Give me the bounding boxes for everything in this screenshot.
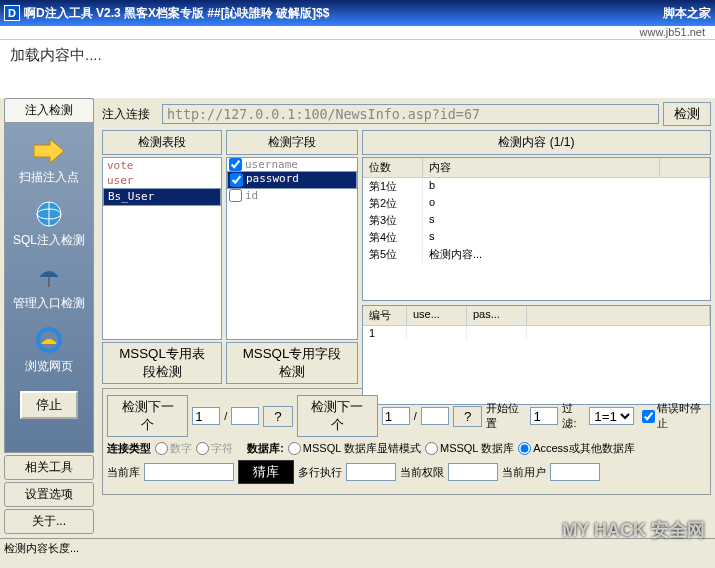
window-title: 啊D注入工具 V2.3 黑客X档案专版 ##[訫吷誰聆 破解版]$$ <box>24 5 663 22</box>
next1-button[interactable]: 检测下一个 <box>107 395 188 437</box>
list-item[interactable]: user <box>103 173 221 188</box>
curdb-input[interactable] <box>144 463 234 481</box>
content-header[interactable]: 检测内容 (1/1) <box>362 130 711 155</box>
content-area: 注入连接 检测 检测表段 vote user Bs_User MSSQL专用表段… <box>98 98 715 538</box>
multi-input[interactable] <box>346 463 396 481</box>
col-header[interactable]: 编号 <box>363 306 407 325</box>
db-mssql-radio[interactable]: MSSQL 数据库 <box>425 441 514 456</box>
q2-button[interactable]: ? <box>453 406 482 427</box>
db-mssqlerr-radio[interactable]: MSSQL 数据库显错模式 <box>288 441 421 456</box>
tab-tools[interactable]: 相关工具 <box>4 455 94 480</box>
next2-button[interactable]: 检测下一个 <box>297 395 378 437</box>
field-checkbox[interactable] <box>229 158 242 171</box>
filter-select[interactable]: 1=1 <box>589 407 634 425</box>
page1b-input[interactable] <box>231 407 259 425</box>
filter-label: 过滤: <box>562 401 585 431</box>
globe-icon <box>33 198 65 230</box>
col-header[interactable] <box>527 306 710 325</box>
page1-input[interactable] <box>192 407 220 425</box>
sidebar-item-label: SQL注入检测 <box>13 232 85 249</box>
col-header[interactable] <box>660 158 710 177</box>
db-access-radio[interactable]: Access或其他数据库 <box>518 441 634 456</box>
tab-settings[interactable]: 设置选项 <box>4 482 94 507</box>
startpos-input[interactable] <box>530 407 558 425</box>
guess-button[interactable]: 猜库 <box>238 460 294 484</box>
col-header[interactable]: 位数 <box>363 158 423 177</box>
loading-text: 加载内容中.... <box>10 46 102 63</box>
curuser-label: 当前权限 <box>400 465 444 480</box>
brand-label: 脚本之家 <box>663 5 711 22</box>
startpos-label: 开始位置 <box>486 401 526 431</box>
conn-numeric-radio[interactable]: 数字 <box>155 441 192 456</box>
table-row[interactable]: 第3位s <box>363 212 710 229</box>
url-input[interactable] <box>162 104 659 124</box>
db-label: 数据库: <box>247 441 284 456</box>
list-item[interactable]: Bs_User <box>103 188 221 206</box>
sidebar-header[interactable]: 注入检测 <box>4 98 94 122</box>
ie-icon <box>33 324 65 356</box>
col-header[interactable]: use... <box>407 306 467 325</box>
conn-char-radio[interactable]: 字符 <box>196 441 233 456</box>
sidebar-tools: 扫描注入点 SQL注入检测 管理入口检测 浏览网页 停止 <box>4 122 94 453</box>
sidebar-item-scan[interactable]: 扫描注入点 <box>7 135 91 186</box>
sidebar-item-label: 扫描注入点 <box>19 169 79 186</box>
sidebar-bottom-tabs: 相关工具 设置选项 关于... <box>4 453 94 534</box>
arrow-icon <box>33 135 65 167</box>
table-row[interactable]: 第1位b <box>363 178 710 195</box>
mssql-tables-button[interactable]: MSSQL专用表段检测 <box>102 342 222 384</box>
curdb-label: 当前库 <box>107 465 140 480</box>
col-header[interactable]: 内容 <box>423 158 660 177</box>
sub-header: www.jb51.net <box>0 26 715 40</box>
fields-list[interactable]: username password id <box>226 157 358 340</box>
content-grid[interactable]: 位数 内容 第1位b第2位o第3位s第4位s第5位检测内容... <box>362 157 711 301</box>
fields-header[interactable]: 检测字段 <box>226 130 358 155</box>
table-row[interactable]: 1 <box>363 326 710 340</box>
list-item[interactable]: username <box>227 158 357 171</box>
sidebar-item-admin[interactable]: 管理入口检测 <box>7 261 91 312</box>
title-bar: D 啊D注入工具 V2.3 黑客X档案专版 ##[訫吷誰聆 破解版]$$ 脚本之… <box>0 0 715 26</box>
cururl-input[interactable] <box>550 463 600 481</box>
page2-input[interactable] <box>382 407 410 425</box>
sidebar-item-label: 管理入口检测 <box>13 295 85 312</box>
status-bar: 检测内容长度... <box>0 538 715 556</box>
mssql-fields-button[interactable]: MSSQL专用字段检测 <box>226 342 358 384</box>
umbrella-icon <box>33 261 65 293</box>
table-row[interactable]: 第2位o <box>363 195 710 212</box>
field-checkbox[interactable] <box>230 172 243 188</box>
sidebar-item-browse[interactable]: 浏览网页 <box>7 324 91 375</box>
stop-button[interactable]: 停止 <box>20 391 78 419</box>
tables-list[interactable]: vote user Bs_User <box>102 157 222 340</box>
sidebar-item-sql[interactable]: SQL注入检测 <box>7 198 91 249</box>
tables-header[interactable]: 检测表段 <box>102 130 222 155</box>
loading-area: 加载内容中.... <box>0 40 715 98</box>
url-label: 注入连接 <box>102 106 158 123</box>
page2b-input[interactable] <box>421 407 449 425</box>
sidebar: 注入检测 扫描注入点 SQL注入检测 管理入口检测 浏览网页 停止 相关工具 设… <box>0 98 98 538</box>
app-icon: D <box>4 5 20 21</box>
table-row[interactable]: 第4位s <box>363 229 710 246</box>
col-header[interactable]: pas... <box>467 306 527 325</box>
err-stop-checkbox[interactable]: 错误时停止 <box>642 401 706 431</box>
list-item[interactable]: password <box>227 171 357 189</box>
detect-button[interactable]: 检测 <box>663 102 711 126</box>
svg-marker-0 <box>34 139 64 163</box>
list-item[interactable]: id <box>227 189 357 202</box>
multi-label: 多行执行 <box>298 465 342 480</box>
tab-about[interactable]: 关于... <box>4 509 94 534</box>
cururl-label: 当前用户 <box>502 465 546 480</box>
sidebar-item-label: 浏览网页 <box>25 358 73 375</box>
field-checkbox[interactable] <box>229 189 242 202</box>
records-grid[interactable]: 编号 use... pas... 1 <box>362 305 711 405</box>
curuser-input[interactable] <box>448 463 498 481</box>
q1-button[interactable]: ? <box>263 406 292 427</box>
list-item[interactable]: vote <box>103 158 221 173</box>
table-row[interactable]: 第5位检测内容... <box>363 246 710 263</box>
conn-label: 连接类型 <box>107 441 151 456</box>
